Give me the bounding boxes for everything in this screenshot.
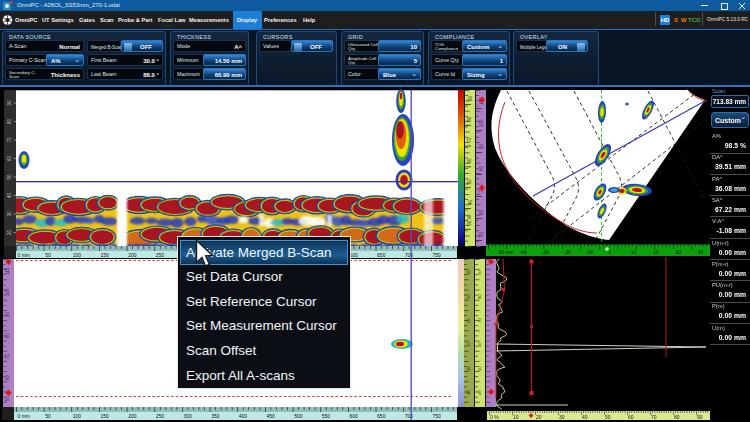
svg-text:40: 40 — [582, 414, 588, 420]
svg-text:50: 50 — [7, 174, 12, 180]
svg-text:700: 700 — [405, 252, 414, 258]
svg-text:40: 40 — [698, 249, 704, 255]
svg-text:150: 150 — [101, 252, 110, 258]
svg-text:50: 50 — [5, 395, 10, 401]
svg-text:500: 500 — [294, 413, 303, 419]
svg-text:60: 60 — [477, 342, 482, 347]
svg-text:70: 70 — [468, 137, 473, 143]
svg-text:55: 55 — [466, 270, 471, 275]
svg-text:400: 400 — [239, 413, 248, 419]
svg-text:-30: -30 — [542, 249, 549, 255]
svg-text:40: 40 — [477, 390, 482, 395]
svg-text:60: 60 — [468, 158, 473, 164]
svg-text:90: 90 — [5, 311, 10, 317]
svg-text:350: 350 — [211, 413, 220, 419]
svg-text:70: 70 — [651, 414, 657, 420]
svg-text:10: 10 — [513, 414, 519, 420]
svg-text:70: 70 — [477, 318, 482, 323]
svg-text:90: 90 — [479, 143, 484, 149]
svg-text:60: 60 — [628, 414, 634, 420]
svg-text:45: 45 — [466, 318, 471, 323]
svg-text:80: 80 — [5, 332, 10, 338]
svg-text:100: 100 — [479, 119, 484, 127]
svg-text:40: 40 — [466, 342, 471, 347]
svg-text:80: 80 — [479, 165, 484, 171]
svg-text:80: 80 — [477, 294, 482, 299]
svg-text:20: 20 — [7, 230, 12, 236]
svg-text:20: 20 — [653, 249, 659, 255]
svg-text:0: 0 — [609, 249, 612, 255]
svg-text:200: 200 — [128, 413, 137, 419]
svg-text:0 mm: 0 mm — [18, 252, 31, 258]
svg-text:300: 300 — [184, 413, 193, 419]
svg-text:30: 30 — [675, 249, 681, 255]
svg-text:70: 70 — [7, 137, 12, 143]
svg-text:100: 100 — [73, 252, 82, 258]
svg-text:650: 650 — [377, 413, 386, 419]
svg-text:50: 50 — [479, 231, 484, 237]
svg-text:40: 40 — [468, 199, 473, 205]
svg-text:250: 250 — [156, 413, 165, 419]
svg-text:150: 150 — [101, 413, 110, 419]
svg-text:30 %: 30 % — [468, 216, 473, 226]
svg-text:50: 50 — [468, 179, 473, 185]
svg-text:250: 250 — [156, 252, 165, 258]
svg-text:200: 200 — [128, 252, 137, 258]
svg-text:50: 50 — [477, 366, 482, 371]
svg-text:80: 80 — [468, 116, 473, 122]
svg-text:40: 40 — [7, 193, 12, 199]
svg-text:750: 750 — [433, 413, 442, 419]
svg-text:10: 10 — [631, 249, 637, 255]
svg-text:0 %: 0 % — [490, 414, 499, 420]
svg-text:50: 50 — [605, 414, 611, 420]
svg-text:60: 60 — [5, 374, 10, 380]
svg-text:90: 90 — [477, 270, 482, 275]
svg-text:20: 20 — [536, 414, 542, 420]
svg-text:50: 50 — [466, 294, 471, 299]
svg-text:50: 50 — [45, 252, 51, 258]
svg-text:750: 750 — [433, 252, 442, 258]
svg-text:90: 90 — [468, 95, 473, 101]
svg-text:60: 60 — [7, 156, 12, 162]
svg-text:550: 550 — [322, 413, 331, 419]
svg-text:-10: -10 — [586, 249, 593, 255]
svg-text:700: 700 — [405, 413, 414, 419]
svg-text:90: 90 — [7, 100, 12, 106]
svg-text:0 mm: 0 mm — [18, 413, 31, 419]
svg-text:30: 30 — [466, 390, 471, 395]
svg-text:-50 mm: -50 mm — [497, 249, 514, 255]
svg-text:60: 60 — [479, 209, 484, 215]
svg-text:-40: -40 — [519, 249, 526, 255]
svg-text:50: 50 — [45, 413, 51, 419]
svg-text:90: 90 — [697, 414, 703, 420]
svg-text:70: 70 — [5, 353, 10, 359]
svg-text:-20: -20 — [564, 249, 571, 255]
svg-text:450: 450 — [267, 413, 276, 419]
svg-text:600: 600 — [350, 413, 359, 419]
svg-text:80: 80 — [674, 414, 680, 420]
svg-text:100: 100 — [5, 288, 10, 296]
svg-text:30: 30 — [7, 211, 12, 217]
svg-text:650: 650 — [377, 252, 386, 258]
svg-text:35: 35 — [466, 366, 471, 371]
svg-text:30: 30 — [559, 414, 565, 420]
svg-text:100: 100 — [73, 413, 82, 419]
svg-text:80: 80 — [7, 119, 12, 125]
svg-text:110: 110 — [5, 267, 10, 275]
